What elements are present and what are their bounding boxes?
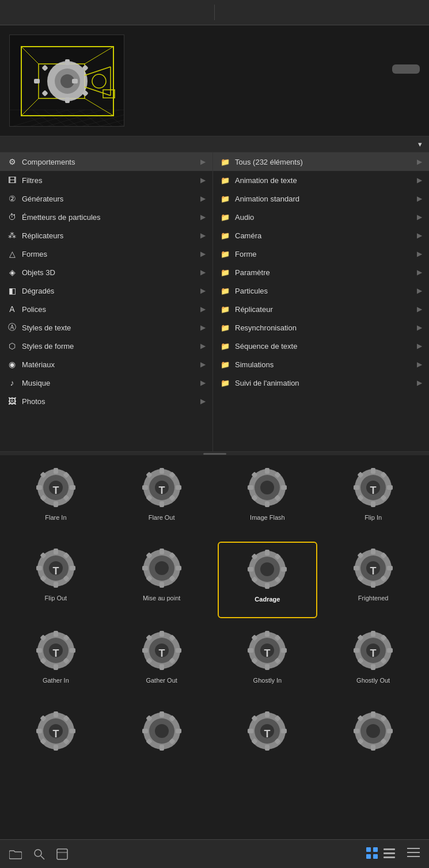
- svg-rect-197: [142, 729, 148, 733]
- svg-rect-150: [176, 648, 181, 653]
- svg-rect-123: [371, 549, 375, 554]
- sidebar-arrow-replicateurs: ▶: [200, 231, 206, 239]
- grid-item-row4_1[interactable]: T: [6, 705, 106, 772]
- category-item-particules[interactable]: 📁 Particules ▶: [213, 281, 429, 300]
- grid-label-cadrage: Cadrage: [255, 596, 280, 603]
- category-item-simulations[interactable]: 📁 Simulations ▶: [213, 355, 429, 374]
- grid-item-row4_2[interactable]: [112, 705, 212, 772]
- folder-button[interactable]: [9, 848, 22, 860]
- category-item-anim_texte[interactable]: 📁 Animation de texte ▶: [213, 171, 429, 189]
- gear-icon-flare_in: T: [33, 465, 79, 511]
- category-arrow-sequence_texte: ▶: [417, 342, 422, 350]
- tab-bibliotheque[interactable]: [0, 0, 214, 25]
- svg-rect-148: [160, 664, 164, 670]
- sidebar-label-comportements: Comportements: [22, 158, 75, 166]
- nav-next-button[interactable]: [18, 143, 25, 146]
- category-item-resynchronisation[interactable]: 📁 Resynchronisation ▶: [213, 318, 429, 337]
- sidebar-item-materiaux[interactable]: ◉ Matériaux ▶: [0, 355, 212, 374]
- sidebar-item-filtres[interactable]: 🎞 Filtres ▶: [0, 171, 212, 189]
- category-item-tous[interactable]: 📁 Tous (232 éléments) ▶: [213, 153, 429, 171]
- sidebar-item-styles_texte[interactable]: Ⓐ Styles de texte ▶: [0, 318, 212, 337]
- svg-rect-159: [265, 631, 269, 637]
- sidebar-label-styles_texte: Styles de texte: [22, 323, 71, 332]
- sidebar-item-polices[interactable]: A Polices ▶: [0, 300, 212, 318]
- grid-item-row4_4[interactable]: [323, 705, 423, 772]
- category-item-suivi_animation[interactable]: 📁 Suivi de l'animation ▶: [213, 374, 429, 392]
- nav-prev-button[interactable]: [7, 143, 14, 146]
- sidebar-item-comportements[interactable]: ⚙ Comportements ▶: [0, 153, 212, 171]
- category-item-anim_standard[interactable]: 📁 Animation standard ▶: [213, 189, 429, 208]
- search-button[interactable]: [33, 848, 45, 860]
- sidebar-item-objets3d[interactable]: ◈ Objets 3D ▶: [0, 263, 212, 281]
- svg-rect-113: [265, 583, 269, 589]
- menu-button[interactable]: [407, 847, 420, 861]
- sidebar-item-formes[interactable]: △ Formes ▶: [0, 245, 212, 263]
- svg-rect-68: [248, 485, 253, 490]
- svg-rect-67: [265, 501, 269, 507]
- grid-item-flare_in[interactable]: T Flare In: [6, 461, 106, 536]
- category-arrow-simulations: ▶: [417, 360, 422, 368]
- sidebar-item-emetteurs[interactable]: ⏱ Émetteurs de particules ▶: [0, 208, 212, 226]
- grid-item-flip_in[interactable]: T Flip In: [323, 461, 423, 536]
- svg-rect-89: [54, 549, 58, 554]
- search-icon: [33, 848, 45, 860]
- svg-point-100: [155, 561, 169, 575]
- svg-text:T: T: [52, 565, 59, 576]
- svg-text:T: T: [370, 485, 377, 496]
- grid-item-gather_out[interactable]: T Gather Out: [112, 624, 212, 699]
- svg-rect-236: [384, 856, 395, 858]
- grid-item-ghostly_in[interactable]: T Ghostly In: [218, 624, 318, 699]
- sidebar-label-generateurs: Générateurs: [22, 195, 63, 203]
- grid-view-button[interactable]: [366, 847, 378, 861]
- svg-rect-91: [36, 566, 42, 570]
- grid-item-mise_au_point[interactable]: Mise au point: [112, 542, 212, 619]
- grid-item-flip_out[interactable]: T Flip Out: [6, 542, 106, 619]
- svg-rect-124: [371, 582, 375, 588]
- list-view-button[interactable]: [383, 847, 396, 861]
- sidebar-item-styles_forme[interactable]: ⬡ Styles de forme ▶: [0, 337, 212, 355]
- sidebar-item-degrades[interactable]: ◧ Dégradés ▶: [0, 281, 212, 300]
- svg-text:T: T: [370, 648, 377, 659]
- sidebar-item-generateurs[interactable]: ② Générateurs ▶: [0, 189, 212, 208]
- grid-item-cadrage[interactable]: Cadrage: [218, 542, 318, 619]
- svg-rect-171: [371, 631, 375, 637]
- category-item-audio[interactable]: 📁 Audio ▶: [213, 208, 429, 226]
- grid-item-frightened[interactable]: T Frightened: [323, 542, 423, 619]
- category-item-parametre[interactable]: 📁 Paramètre ▶: [213, 263, 429, 281]
- apply-button[interactable]: [392, 64, 420, 74]
- view-toggle-group: [366, 847, 396, 861]
- svg-rect-115: [281, 567, 287, 572]
- grid-item-image_flash[interactable]: Image Flash: [218, 461, 318, 536]
- sidebar-item-photos[interactable]: 🖼 Photos ▶: [0, 392, 212, 410]
- category-item-replicateur[interactable]: 📁 Réplicateur ▶: [213, 300, 429, 318]
- layout-button[interactable]: [56, 848, 68, 860]
- svg-rect-195: [160, 711, 164, 717]
- category-label-sequence_texte: Séquence de texte: [235, 342, 297, 351]
- category-item-camera[interactable]: 📁 Caméra ▶: [213, 226, 429, 245]
- grid-item-flare_out[interactable]: T Flare Out: [112, 461, 212, 536]
- sidebar-icon-photos: 🖼: [7, 396, 17, 406]
- category-arrow-audio: ▶: [417, 213, 422, 221]
- grid-item-ghostly_out[interactable]: T Ghostly Out: [323, 624, 423, 699]
- category-arrow-replicateur: ▶: [417, 305, 422, 313]
- sidebar-arrow-musique: ▶: [200, 379, 206, 387]
- sidebar-item-replicateurs[interactable]: ⁂ Réplicateurs ▶: [0, 226, 212, 245]
- sidebar-label-formes: Formes: [22, 250, 47, 258]
- sidebar-label-emetteurs: Émetteurs de particules: [22, 213, 101, 222]
- theme-selector[interactable]: ▾: [418, 140, 422, 149]
- tab-inspecteur[interactable]: [215, 0, 429, 25]
- svg-rect-78: [371, 501, 375, 507]
- sidebar-icon-musique: ♪: [7, 378, 17, 388]
- svg-rect-228: [57, 849, 67, 859]
- grid-label-flip_in: Flip In: [365, 514, 382, 521]
- category-label-parametre: Paramètre: [235, 268, 270, 277]
- svg-rect-29: [72, 79, 78, 83]
- grid-item-row4_3[interactable]: T: [218, 705, 318, 772]
- sidebar-arrow-filtres: ▶: [200, 176, 206, 184]
- category-item-forme[interactable]: 📁 Forme ▶: [213, 245, 429, 263]
- grid-item-gather_in[interactable]: T Gather In: [6, 624, 106, 699]
- sidebar-item-musique[interactable]: ♪ Musique ▶: [0, 374, 212, 392]
- category-item-sequence_texte[interactable]: 📁 Séquence de texte ▶: [213, 337, 429, 355]
- grid-label-ghostly_out: Ghostly Out: [356, 677, 390, 684]
- category-label-resynchronisation: Resynchronisation: [235, 323, 297, 332]
